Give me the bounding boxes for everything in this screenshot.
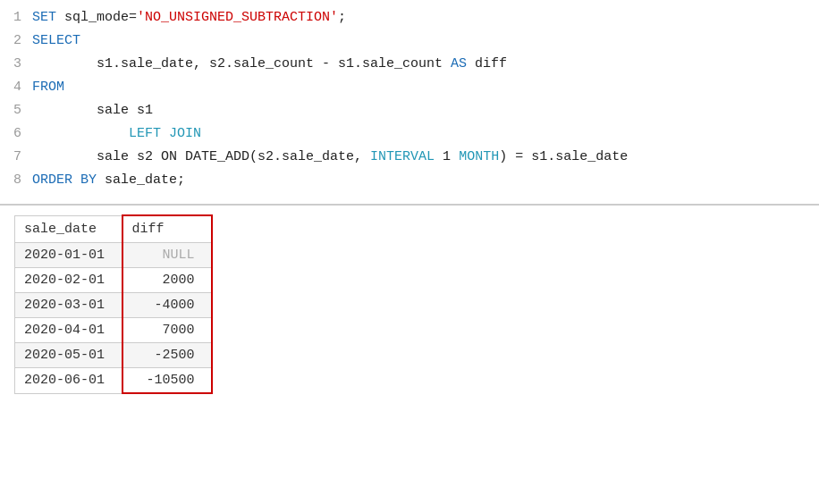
table-row: 2020-01-01NULL [15,243,212,268]
code-content: sale s1 [32,103,819,118]
line-number: 1 [0,10,32,25]
cell-sale-date: 2020-02-01 [15,268,122,293]
line-number: 5 [0,103,32,118]
null-value: NULL [162,248,194,263]
table-header-diff: diff [122,215,212,243]
results-table: sale_datediff 2020-01-01NULL2020-02-0120… [14,214,213,394]
line-number: 8 [0,172,32,188]
code-content: sale s2 ON DATE_ADD(s2.sale_date, INTERV… [32,149,819,164]
code-line: 7 sale s2 ON DATE_ADD(s2.sale_date, INTE… [0,148,819,172]
cell-sale-date: 2020-05-01 [15,343,122,368]
table-header-row: sale_datediff [15,215,212,243]
table-row: 2020-02-012000 [15,268,212,293]
results-section: sale_datediff 2020-01-01NULL2020-02-0120… [0,206,819,412]
table-header-sale_date: sale_date [15,215,122,243]
cell-diff: 7000 [122,318,212,343]
table-row: 2020-05-01-2500 [15,343,212,368]
line-number: 7 [0,149,32,164]
code-line: 5 sale s1 [0,102,819,125]
cell-diff: NULL [122,243,212,268]
code-content: SELECT [32,33,819,48]
code-content: FROM [32,80,819,95]
code-line: 8ORDER BY sale_date; [0,172,819,195]
code-content: ORDER BY sale_date; [32,172,819,188]
cell-diff: -10500 [122,368,212,394]
line-number: 2 [0,33,32,48]
table-row: 2020-04-017000 [15,318,212,343]
cell-diff: 2000 [122,268,212,293]
line-number: 3 [0,56,32,71]
table-row: 2020-06-01-10500 [15,368,212,394]
cell-diff: -4000 [122,293,212,318]
cell-sale-date: 2020-06-01 [15,368,122,394]
code-content: LEFT JOIN [32,126,819,141]
code-line: 6 LEFT JOIN [0,125,819,148]
code-section: 1SET sql_mode='NO_UNSIGNED_SUBTRACTION';… [0,0,819,206]
cell-sale-date: 2020-04-01 [15,318,122,343]
line-number: 4 [0,80,32,95]
code-content: s1.sale_date, s2.sale_count - s1.sale_co… [32,56,819,71]
code-line: 3 s1.sale_date, s2.sale_count - s1.sale_… [0,55,819,79]
code-line: 2SELECT [0,32,819,55]
cell-diff: -2500 [122,343,212,368]
code-line: 1SET sql_mode='NO_UNSIGNED_SUBTRACTION'; [0,9,819,32]
line-number: 6 [0,126,32,141]
code-content: SET sql_mode='NO_UNSIGNED_SUBTRACTION'; [32,10,819,25]
code-line: 4FROM [0,79,819,102]
cell-sale-date: 2020-03-01 [15,293,122,318]
table-row: 2020-03-01-4000 [15,293,212,318]
cell-sale-date: 2020-01-01 [15,243,122,268]
